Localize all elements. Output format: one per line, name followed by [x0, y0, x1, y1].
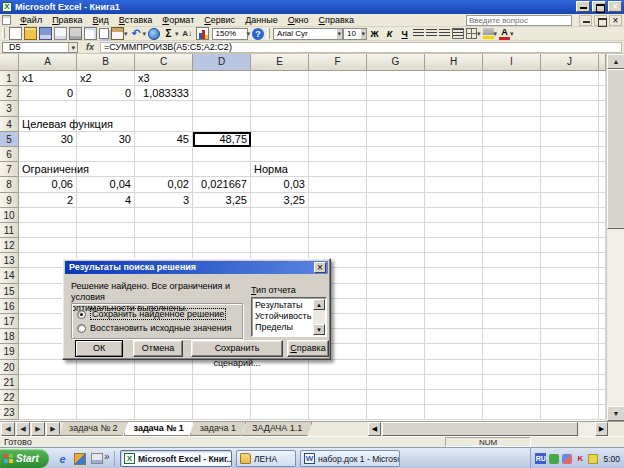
- cell-B8[interactable]: 0,04: [77, 177, 135, 192]
- font-size-select[interactable]: 10▾: [343, 28, 367, 40]
- cell-I7[interactable]: [483, 162, 541, 177]
- cell-H22[interactable]: [425, 390, 483, 405]
- report-type-list[interactable]: РезультатыУстойчивостьПределы ▲ ▼: [251, 297, 327, 337]
- cell-B21[interactable]: [77, 375, 135, 390]
- cell-G8[interactable]: [367, 177, 425, 192]
- first-sheet-button[interactable]: ◀: [1, 422, 15, 436]
- menu-item-3[interactable]: Вставка: [114, 14, 157, 26]
- cell-I6[interactable]: [483, 147, 541, 162]
- cell-I15[interactable]: [483, 284, 541, 299]
- column-header-D[interactable]: D: [193, 54, 251, 71]
- cell-A12[interactable]: [19, 238, 77, 253]
- cell-B20[interactable]: [77, 360, 135, 375]
- cell-A11[interactable]: [19, 223, 77, 238]
- cell-I2[interactable]: [483, 86, 541, 101]
- cell-F8[interactable]: [309, 177, 367, 192]
- ie-icon[interactable]: e: [56, 452, 69, 465]
- bold-button[interactable]: Ж: [368, 27, 381, 40]
- function-wizard-icon[interactable]: fx: [86, 42, 94, 52]
- cell-A4[interactable]: Целевая функция: [19, 117, 77, 132]
- scroll-up-icon[interactable]: ▲: [607, 54, 624, 69]
- cell-I23[interactable]: [483, 405, 541, 420]
- cell-C2[interactable]: 1,083333: [135, 86, 193, 101]
- close-icon[interactable]: [608, 1, 622, 12]
- underline-button[interactable]: Ч: [398, 27, 411, 40]
- list-scroll-up-icon[interactable]: ▲: [313, 299, 325, 310]
- cell-I9[interactable]: [483, 193, 541, 208]
- sheet-tab-3[interactable]: ЗАДАЧА 1.1: [242, 422, 312, 436]
- show-desktop-icon[interactable]: [91, 453, 103, 464]
- cell-B2[interactable]: 0: [77, 86, 135, 101]
- cell-J23[interactable]: [541, 405, 599, 420]
- cell-A22[interactable]: [19, 390, 77, 405]
- cell-D8[interactable]: 0,021667: [193, 177, 251, 192]
- font-name-dropdown-icon[interactable]: ▾: [337, 29, 343, 39]
- cell-F1[interactable]: [309, 71, 367, 86]
- vertical-scroll-thumb[interactable]: [607, 69, 624, 229]
- cell-B6[interactable]: [77, 147, 135, 162]
- workbook-close-icon[interactable]: [609, 15, 622, 26]
- cell-B1[interactable]: x2: [77, 71, 135, 86]
- cell-E12[interactable]: [251, 238, 309, 253]
- menu-item-0[interactable]: Файл: [15, 14, 47, 26]
- toolbar-overflow-icon[interactable]: »: [104, 451, 110, 462]
- cell-D4[interactable]: [193, 117, 251, 132]
- row-header-3[interactable]: 3: [0, 101, 19, 116]
- taskbar-task-1[interactable]: ЛЕНА: [236, 450, 296, 467]
- cell-J10[interactable]: [541, 208, 599, 223]
- cell-H1[interactable]: [425, 71, 483, 86]
- cell-I16[interactable]: [483, 299, 541, 314]
- cell-E22[interactable]: [251, 390, 309, 405]
- cell-F12[interactable]: [309, 238, 367, 253]
- cell-G2[interactable]: [367, 86, 425, 101]
- cell-H2[interactable]: [425, 86, 483, 101]
- cell-G20[interactable]: [367, 360, 425, 375]
- start-button[interactable]: Start: [0, 449, 49, 468]
- cell-F9[interactable]: [309, 193, 367, 208]
- cell-G3[interactable]: [367, 101, 425, 116]
- menu-item-4[interactable]: Формат: [157, 14, 199, 26]
- cell-D11[interactable]: [193, 223, 251, 238]
- cell-I4[interactable]: [483, 117, 541, 132]
- help-icon[interactable]: ?: [252, 28, 264, 40]
- cell-H13[interactable]: [425, 253, 483, 268]
- cell-J6[interactable]: [541, 147, 599, 162]
- align-right-icon[interactable]: [439, 29, 450, 38]
- open-icon[interactable]: [24, 27, 37, 40]
- minimize-icon[interactable]: [576, 1, 590, 12]
- menu-item-5[interactable]: Сервис: [199, 14, 240, 26]
- radio-unselected-icon[interactable]: [77, 324, 86, 333]
- antivirus-icon[interactable]: [549, 454, 559, 464]
- cell-A5[interactable]: 30: [19, 132, 77, 147]
- cell-B23[interactable]: [77, 405, 135, 420]
- cell-F3[interactable]: [309, 101, 367, 116]
- cell-G4[interactable]: [367, 117, 425, 132]
- cell-C22[interactable]: [135, 390, 193, 405]
- cell-A23[interactable]: [19, 405, 77, 420]
- cell-A8[interactable]: 0,06: [19, 177, 77, 192]
- cell-C11[interactable]: [135, 223, 193, 238]
- workbook-minimize-icon[interactable]: [579, 15, 592, 26]
- cell-C12[interactable]: [135, 238, 193, 253]
- cell-H12[interactable]: [425, 238, 483, 253]
- cell-E11[interactable]: [251, 223, 309, 238]
- ask-question-input[interactable]: [466, 15, 572, 26]
- cell-G6[interactable]: [367, 147, 425, 162]
- cell-F10[interactable]: [309, 208, 367, 223]
- row-header-16[interactable]: 16: [0, 299, 19, 314]
- cell-J13[interactable]: [541, 253, 599, 268]
- cell-H6[interactable]: [425, 147, 483, 162]
- taskbar-task-0[interactable]: XMicrosoft Excel - Книг...: [120, 450, 232, 467]
- cell-D3[interactable]: [193, 101, 251, 116]
- cell-G15[interactable]: [367, 284, 425, 299]
- autosum-dropdown-icon[interactable]: ▾: [175, 30, 179, 38]
- horizontal-scroll-thumb[interactable]: [382, 422, 578, 436]
- cell-I19[interactable]: [483, 344, 541, 359]
- row-header-15[interactable]: 15: [0, 284, 19, 299]
- menu-item-7[interactable]: Окно: [283, 14, 314, 26]
- row-header-12[interactable]: 12: [0, 238, 19, 253]
- cell-B9[interactable]: 4: [77, 193, 135, 208]
- menu-item-8[interactable]: Справка: [314, 14, 359, 26]
- new-icon[interactable]: [9, 27, 22, 40]
- row-header-17[interactable]: 17: [0, 314, 19, 329]
